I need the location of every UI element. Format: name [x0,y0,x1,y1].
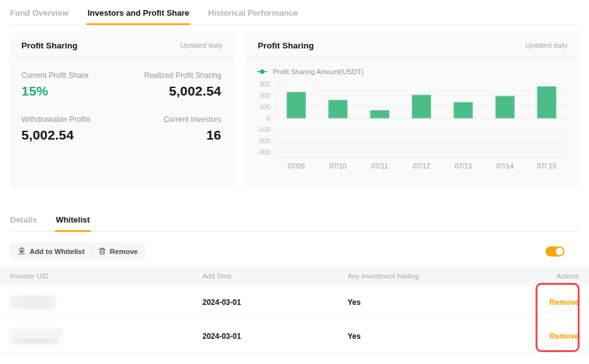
tab-investors-and-profit-share[interactable]: Investors and Profit Share [86,6,190,25]
fund-management-page: Fund Overview Investors and Profit Share… [0,0,589,364]
add-time-cell: 2024-03-01 [202,298,348,307]
bar [537,87,556,118]
stat-current-profit-share: Current Profit Share 15% [21,71,121,99]
add-time-cell: 2024-03-01 [202,332,348,341]
holding-cell: Yes [348,332,529,341]
table-row: 2024-03-01 Yes Remove [0,319,589,353]
summary-stats: Current Profit Share 15% Realized Profit… [9,58,235,143]
profit-sharing-summary-card: Profit Sharing Updated daily Current Pro… [9,33,235,188]
y-tick-label: 200 [259,92,270,99]
toggle-knob [556,248,563,255]
whitelist-table: Investor UID Add Time Any investment hol… [0,267,589,353]
updated-daily-badge: Updated daily [526,41,568,49]
x-tick-label: 07/13 [454,162,472,170]
legend-label: Profit Sharing Amount(USDT) [273,68,363,75]
x-tick-label: 07/12 [413,162,431,170]
stat-value: 16 [121,128,221,143]
stat-realized-profit-sharing: Realized Profit Sharing 5,002.54 [121,71,221,99]
card-title: Profit Sharing [258,41,314,50]
add-to-whitelist-button[interactable]: Add to Whitelist [18,247,85,255]
x-tick-label: 07/11 [372,162,388,170]
y-tick-label: 100 [259,103,270,111]
bar [370,110,389,118]
stat-label: Current Profit Share [21,71,121,80]
remove-button-label: Remove [110,248,138,255]
stat-value: 5,002.54 [21,128,121,143]
stat-value: 15% [21,84,121,99]
stat-value: 5,002.54 [121,84,221,99]
y-tick-label: -300 [257,148,270,156]
holding-cell: Yes [348,298,529,307]
x-tick-label: 07/10 [329,162,347,170]
bar [329,100,348,118]
whitelist-toolbar: Add to Whitelist Remove [10,243,145,260]
tab-whitelist[interactable]: Whitelist [55,212,91,231]
column-header-any-investment-holding: Any investment holding [348,272,529,280]
table-row: 2024-03-01 Yes Remove [0,285,589,319]
column-header-investor-uid: Investor UID [10,272,202,280]
y-tick-label: 0 [267,114,270,122]
stat-label: Current Investors [121,115,221,124]
toolbar-divider [91,247,92,255]
bar [495,96,514,118]
row-remove-link[interactable]: Remove [549,298,579,307]
row-remove-link[interactable]: Remove [549,332,579,341]
remove-button[interactable]: Remove [98,247,138,255]
x-tick-label: 07/ 15 [537,162,556,170]
profit-sharing-bar-chart: 3002001000-100-200-30007/0907/1007/1107/… [254,79,571,175]
x-tick-label: 07/09 [287,162,305,170]
y-tick-label: 300 [259,80,270,88]
bar [287,92,306,118]
bar [412,95,431,118]
chart-legend: Profit Sharing Amount(USDT) [245,58,580,75]
whitelist-toggle[interactable] [546,246,564,256]
trash-icon [98,247,106,255]
updated-daily-badge: Updated daily [180,41,223,49]
column-header-add-time: Add Time [202,272,348,280]
bar [454,102,473,118]
chart-area: 3002001000-100-200-30007/0907/1007/1107/… [245,75,580,177]
card-header: Profit Sharing Updated daily [245,33,580,58]
tab-fund-overview[interactable]: Fund Overview [9,6,70,25]
legend-line-marker-icon [256,69,268,74]
tab-historical-performance[interactable]: Historical Performance [207,6,299,25]
redacted-investor-uid [10,295,202,309]
card-header: Profit Sharing Updated daily [9,33,235,58]
stat-label: Withdrawable Profits [21,115,121,124]
stat-withdrawable-profits: Withdrawable Profits 5,002.54 [21,115,121,143]
stat-label: Realized Profit Sharing [121,71,221,80]
top-tab-bar: Fund Overview Investors and Profit Share… [9,6,580,25]
add-to-whitelist-icon [18,247,26,255]
add-to-whitelist-label: Add to Whitelist [30,248,85,255]
card-title: Profit Sharing [21,41,77,50]
profit-sharing-chart-card: Profit Sharing Updated daily Profit Shar… [245,33,580,188]
sub-tab-bar: Details Whitelist [9,212,580,232]
y-tick-label: -200 [257,137,270,145]
table-header-row: Investor UID Add Time Any investment hol… [0,267,589,285]
stat-current-investors: Current Investors 16 [121,115,221,143]
x-tick-label: 07/14 [497,162,514,170]
y-tick-label: -100 [257,126,270,133]
redacted-investor-uid [10,329,202,344]
column-header-actions: Actions [529,272,579,280]
tab-details[interactable]: Details [9,212,38,231]
